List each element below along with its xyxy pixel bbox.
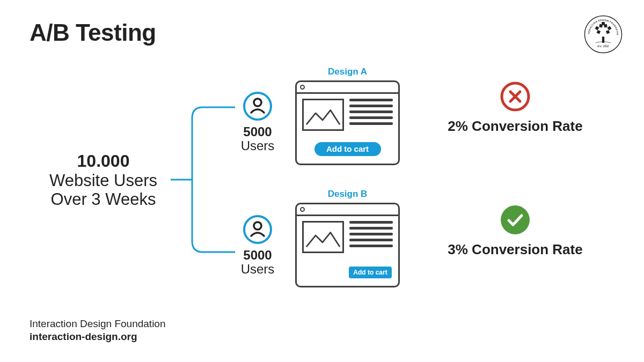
group-b-count: 5000: [231, 248, 284, 263]
svg-rect-4: [606, 30, 610, 34]
text-lines: [349, 99, 393, 131]
result-a-rate: 2% Conversion Rate: [435, 118, 596, 135]
footer-org: Interaction Design Foundation: [30, 317, 166, 331]
footer: Interaction Design Foundation interactio…: [30, 317, 166, 344]
total-users-block: 10.000 Website Users Over 3 Weeks: [30, 151, 177, 209]
total-label-line2: Over 3 Weeks: [30, 190, 177, 209]
text-lines: [349, 221, 393, 253]
svg-rect-2: [602, 36, 604, 43]
total-count: 10.000: [77, 151, 130, 171]
image-placeholder: [302, 221, 344, 253]
svg-rect-5: [595, 26, 599, 30]
idf-logo: INTERACTION DESIGN FOUNDATION Est. 2002: [584, 15, 623, 54]
window-control-dot: [300, 85, 305, 90]
svg-rect-9: [602, 22, 605, 25]
browser-window-b: Add to cart: [295, 203, 400, 287]
svg-rect-3: [597, 30, 601, 34]
svg-point-14: [254, 222, 261, 230]
design-b-label: Design B: [295, 189, 400, 200]
image-placeholder: [302, 99, 344, 131]
fail-icon: [499, 80, 531, 113]
page-title: A/B Testing: [30, 19, 156, 46]
user-icon: [243, 91, 273, 121]
group-a-label: Users: [231, 139, 284, 152]
result-a: 2% Conversion Rate: [435, 80, 596, 135]
connector-join: [187, 174, 197, 185]
design-b-mockup: Design B Add to cart: [295, 189, 400, 287]
result-b-rate: 3% Conversion Rate: [435, 241, 596, 258]
total-label-line1: Website Users: [30, 171, 177, 190]
add-to-cart-button-b[interactable]: Add to cart: [349, 267, 392, 278]
footer-url: interaction-design.org: [30, 330, 166, 344]
split-connector: [171, 102, 235, 257]
window-control-dot: [300, 207, 305, 212]
add-to-cart-button-a[interactable]: Add to cart: [314, 142, 381, 156]
pass-icon: [499, 204, 531, 236]
result-b: 3% Conversion Rate: [435, 204, 596, 258]
user-group-b: 5000 Users: [231, 215, 284, 276]
design-a-mockup: Design A Add to cart: [295, 67, 400, 165]
design-a-label: Design A: [295, 67, 400, 77]
user-icon: [243, 215, 273, 245]
group-a-count: 5000: [231, 124, 284, 139]
group-b-label: Users: [231, 263, 284, 276]
browser-window-a: Add to cart: [295, 80, 400, 165]
svg-point-12: [254, 99, 261, 106]
window-titlebar: [297, 82, 398, 94]
window-titlebar: [297, 204, 398, 216]
svg-point-16: [501, 205, 530, 234]
user-group-a: 5000 Users: [231, 91, 284, 152]
svg-text:Est. 2002: Est. 2002: [597, 45, 609, 48]
svg-rect-6: [608, 26, 612, 30]
